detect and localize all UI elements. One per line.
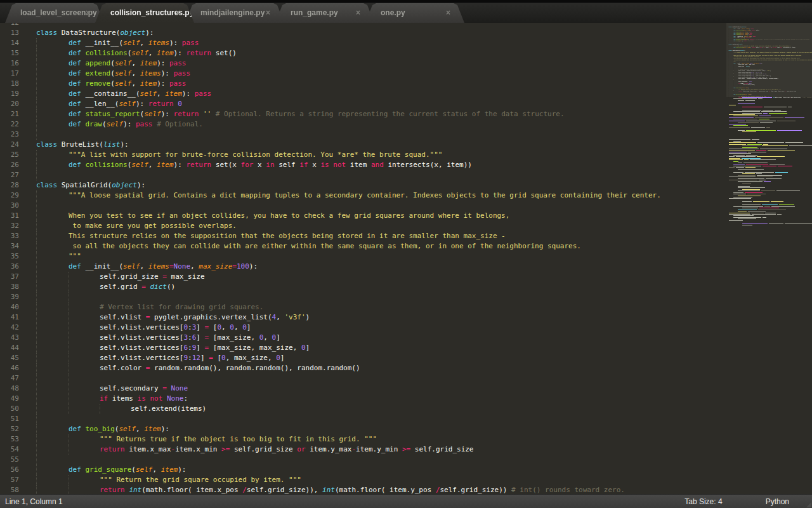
- line-number[interactable]: 33: [0, 231, 30, 241]
- tab-mindjailengine-py[interactable]: mindjailengine.py×: [185, 3, 284, 23]
- code-line[interactable]: 57""" Return the grid square occupied by…: [0, 475, 726, 485]
- line-number[interactable]: 15: [0, 48, 30, 58]
- code-line[interactable]: 47: [0, 373, 726, 384]
- line-number[interactable]: 30: [0, 201, 30, 211]
- code-line[interactable]: 37self.grid_size = max_size: [0, 272, 726, 282]
- line-number[interactable]: 40: [0, 302, 30, 312]
- line-number[interactable]: 51: [0, 414, 30, 424]
- code-line[interactable]: 43self.vlist.vertices[3:6] = [max_size, …: [0, 333, 726, 343]
- tab-one-py[interactable]: one.py×: [365, 3, 464, 23]
- line-number[interactable]: 16: [0, 58, 30, 69]
- line-number[interactable]: 37: [0, 272, 30, 282]
- code-line[interactable]: 17def extend(self, items): pass: [0, 69, 726, 79]
- line-number[interactable]: 38: [0, 282, 30, 292]
- minimap[interactable]: class DataStructure(object):def __init__…: [726, 23, 812, 494]
- line-number[interactable]: 26: [0, 160, 30, 170]
- code-line[interactable]: 19def __contains__(self, item): pass: [0, 89, 726, 99]
- code-line[interactable]: 58return int(math.floor( item.x_pos /sel…: [0, 485, 726, 494]
- editor-area[interactable]: 1213class DataStructure(object):14def __…: [0, 23, 812, 494]
- code-line[interactable]: 27: [0, 170, 726, 180]
- line-number[interactable]: 58: [0, 485, 30, 494]
- line-number[interactable]: 12: [0, 23, 30, 28]
- tab-load_level_screen-py[interactable]: load_level_screen.py×: [5, 3, 104, 23]
- line-number[interactable]: 20: [0, 99, 30, 109]
- line-number[interactable]: 54: [0, 444, 30, 455]
- code-line[interactable]: 34 so all the objects they can collide w…: [0, 241, 726, 251]
- code-line[interactable]: 50self.extend(items): [0, 404, 726, 414]
- code-line[interactable]: 15def collisions(self, item): return set…: [0, 48, 726, 58]
- tab-close-icon[interactable]: ×: [356, 8, 360, 17]
- code-line[interactable]: 14def __init__(self, items): pass: [0, 38, 726, 48]
- code-line[interactable]: 32 to make sure you get possible overlap…: [0, 221, 726, 231]
- line-number[interactable]: 24: [0, 140, 30, 150]
- code-line[interactable]: 13class DataStructure(object):: [0, 28, 726, 38]
- line-number[interactable]: 14: [0, 38, 30, 48]
- line-number[interactable]: 42: [0, 323, 30, 333]
- code-line[interactable]: 30: [0, 201, 726, 211]
- code-line[interactable]: 20def __len__(self): return 0: [0, 99, 726, 109]
- line-number[interactable]: 19: [0, 89, 30, 99]
- line-number[interactable]: 28: [0, 180, 30, 190]
- tab-close-icon[interactable]: ×: [176, 8, 180, 17]
- code-line[interactable]: 41self.vlist = pyglet.graphics.vertex_li…: [0, 312, 726, 323]
- resize-grip-icon[interactable]: [806, 502, 811, 507]
- code-line[interactable]: 40# Vertex list for drawing grid squares…: [0, 302, 726, 312]
- code-pane[interactable]: 1213class DataStructure(object):14def __…: [0, 23, 726, 494]
- code-line[interactable]: so all the objects they can collide with…: [728, 59, 812, 60]
- code-line[interactable]: 28class SpatialGrid(object):: [0, 180, 726, 190]
- code-line[interactable]: 49if items is not None:: [0, 394, 726, 404]
- code-line[interactable]: 16def append(self, item): pass: [0, 58, 726, 69]
- line-number[interactable]: 53: [0, 434, 30, 444]
- code-line[interactable]: 36def __init__(self, items=None, max_siz…: [0, 262, 726, 272]
- line-number[interactable]: 52: [0, 424, 30, 434]
- code-line[interactable]: 24class BruteList(list):: [0, 140, 726, 150]
- line-number[interactable]: 48: [0, 384, 30, 394]
- code-line[interactable]: 42self.vlist.vertices[0:3] = [0, 0, 0]: [0, 323, 726, 333]
- tab-close-icon[interactable]: ×: [266, 8, 270, 17]
- code-line[interactable]: 44self.vlist.vertices[6:9] = [max_size, …: [0, 343, 726, 353]
- code-line[interactable]: 38self.grid = dict(): [0, 282, 726, 292]
- code-line[interactable]: 54return item.x_max-item.x_min >= self.g…: [0, 444, 726, 455]
- line-number[interactable]: 39: [0, 292, 30, 302]
- line-number[interactable]: 31: [0, 211, 30, 221]
- code-line[interactable]: 12: [0, 23, 726, 28]
- line-number[interactable]: 25: [0, 150, 30, 160]
- tab-close-icon[interactable]: ×: [446, 8, 450, 17]
- code-line[interactable]: 29"""A loose spatial grid. Contains a di…: [0, 190, 726, 201]
- code-line[interactable]: 55: [0, 455, 726, 465]
- code-line[interactable]: 53""" Returns true if the object is too …: [0, 434, 726, 444]
- line-number[interactable]: 45: [0, 353, 30, 363]
- code-line[interactable]: 26def collisions(self, item): return set…: [0, 160, 726, 170]
- line-number[interactable]: 55: [0, 455, 30, 465]
- code-line[interactable]: 31When you test to see if an object coll…: [0, 211, 726, 221]
- code-line[interactable]: 39: [0, 292, 726, 302]
- line-number[interactable]: 13: [0, 28, 30, 38]
- code-line[interactable]: 56def grid_square(self, item):: [0, 465, 726, 475]
- code-line[interactable]: 22def draw(self): pass # Optional.: [0, 119, 726, 130]
- line-number[interactable]: 49: [0, 394, 30, 404]
- code-line[interactable]: """A loose spatial grid. Contains a dict…: [728, 51, 812, 53]
- code-line[interactable]: 48self.secondary = None: [0, 384, 726, 394]
- line-number[interactable]: 47: [0, 373, 30, 384]
- code-line[interactable]: 33This structure relies on the suppositi…: [0, 231, 726, 241]
- code-line[interactable]: 21def status_report(self): return '' # O…: [0, 109, 726, 119]
- line-number[interactable]: 41: [0, 312, 30, 323]
- line-number[interactable]: 34: [0, 241, 30, 251]
- line-number[interactable]: 32: [0, 221, 30, 231]
- line-number[interactable]: 22: [0, 119, 30, 130]
- code-line[interactable]: 52def too_big(self, item):: [0, 424, 726, 434]
- code-line[interactable]: 18def remove(self, item): pass: [0, 79, 726, 89]
- line-number[interactable]: 21: [0, 109, 30, 119]
- code-line[interactable]: 23: [0, 130, 726, 140]
- line-number[interactable]: 43: [0, 333, 30, 343]
- line-number[interactable]: 23: [0, 130, 30, 140]
- tab-collision_structures-py[interactable]: collision_structures.py×: [95, 3, 194, 23]
- tab-run_game-py[interactable]: run_game.py×: [275, 3, 374, 23]
- syntax-mode-indicator[interactable]: Python: [766, 497, 789, 506]
- line-number[interactable]: 29: [0, 190, 30, 201]
- line-number[interactable]: 56: [0, 465, 30, 475]
- line-number[interactable]: 18: [0, 79, 30, 89]
- line-number[interactable]: 46: [0, 363, 30, 373]
- line-number[interactable]: 36: [0, 262, 30, 272]
- code-line[interactable]: 51: [0, 414, 726, 424]
